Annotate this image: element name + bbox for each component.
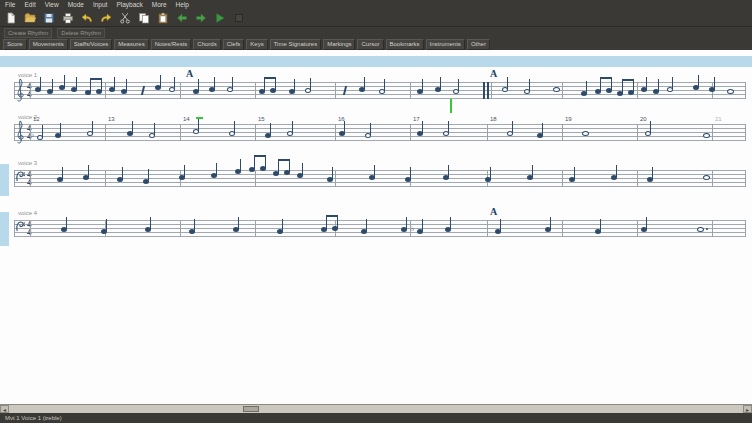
note-stem	[332, 167, 333, 179]
menu-view[interactable]: View	[45, 0, 59, 10]
note[interactable]	[697, 227, 704, 232]
note-stem	[150, 217, 151, 229]
action-notes-rests[interactable]: Notes/Rests	[151, 39, 192, 50]
action-measures[interactable]: Measures	[114, 39, 148, 50]
menu-file[interactable]: File	[5, 0, 15, 10]
note-beam	[278, 159, 290, 161]
jump-back-icon	[176, 12, 188, 24]
menu-mode[interactable]: Mode	[68, 0, 84, 10]
action-chords[interactable]: Chords	[193, 39, 220, 50]
note[interactable]	[703, 175, 710, 180]
note-stem	[270, 123, 271, 135]
action-keys[interactable]: Keys	[246, 39, 267, 50]
note-stem	[384, 79, 385, 91]
scroll-right-icon[interactable]: ▸	[743, 405, 752, 413]
note-stem	[76, 77, 77, 89]
action-other[interactable]: Other	[467, 39, 490, 50]
redo-button[interactable]	[98, 11, 114, 25]
menu-more[interactable]: More	[152, 0, 167, 10]
undo-button[interactable]	[79, 11, 95, 25]
note-stem	[374, 165, 375, 177]
paste-button[interactable]	[155, 11, 171, 25]
note-stem	[490, 167, 491, 179]
scroll-left-icon[interactable]: ◂	[0, 405, 9, 413]
action-staffs-voices[interactable]: Staffs/Voices	[70, 39, 113, 50]
note-beam	[90, 78, 102, 80]
note-stem	[64, 75, 65, 87]
note-stem	[184, 165, 185, 177]
barline	[255, 82, 256, 99]
new-score-button[interactable]	[3, 11, 19, 25]
note[interactable]	[582, 131, 589, 136]
save-button[interactable]	[41, 11, 57, 25]
note-stem	[646, 77, 647, 89]
menu-input[interactable]: Input	[93, 0, 107, 10]
action-cursor[interactable]: Cursor	[357, 39, 383, 50]
scrollbar-thumb[interactable]	[243, 406, 259, 412]
barline	[255, 124, 256, 141]
note-stem	[698, 75, 699, 87]
note-beam	[600, 77, 612, 79]
barline	[637, 220, 638, 237]
note-stem	[600, 79, 601, 91]
measure-number: 15	[258, 116, 265, 122]
note-stem	[265, 156, 266, 168]
barline	[637, 170, 638, 187]
copy-button[interactable]	[136, 11, 152, 25]
note[interactable]	[727, 89, 734, 94]
delete-rhythm-button[interactable]: Delete Rhythm	[57, 28, 105, 38]
open-button[interactable]	[22, 11, 38, 25]
barline	[335, 124, 336, 141]
barline	[562, 170, 563, 187]
note-stem	[658, 79, 659, 91]
stop-button[interactable]	[231, 11, 247, 25]
staff-system-3[interactable]: voice 344	[0, 170, 752, 187]
measure-number: 18	[490, 116, 497, 122]
toolbar	[0, 10, 752, 27]
action-bookmarks[interactable]: Bookmarks	[386, 39, 424, 50]
jump-forward-button[interactable]	[193, 11, 209, 25]
create-rhythm-button[interactable]: Create Rhythm	[4, 28, 52, 38]
note[interactable]	[553, 87, 560, 92]
bass-clef-icon	[15, 219, 25, 237]
menu-help[interactable]: Help	[176, 0, 189, 10]
action-movements[interactable]: Movements	[29, 39, 68, 50]
note-stem	[214, 77, 215, 89]
barline	[562, 82, 563, 99]
open-icon	[24, 12, 36, 24]
note-stem	[106, 219, 107, 231]
barline	[637, 124, 638, 141]
note-stem	[458, 79, 459, 91]
barline	[105, 124, 106, 141]
menu-playback[interactable]: Playback	[116, 0, 142, 10]
staff-system-1[interactable]: voice 144AA	[0, 82, 752, 99]
save-icon	[43, 12, 55, 24]
action-instruments[interactable]: Instruments	[426, 39, 465, 50]
barline	[637, 82, 638, 99]
rehearsal-mark: A	[186, 68, 193, 79]
section-barline	[491, 82, 492, 99]
staff-system-2[interactable]: voice 24412131415161718192021♭	[0, 124, 752, 141]
jump-back-button[interactable]	[174, 11, 190, 25]
barline	[410, 82, 411, 99]
action-time-signatures[interactable]: Time Signatures	[270, 39, 321, 50]
print-button[interactable]	[60, 11, 76, 25]
menu-edit[interactable]: Edit	[24, 0, 35, 10]
cut-button[interactable]	[117, 11, 133, 25]
action-clefs[interactable]: Clefs	[223, 39, 245, 50]
note-stem	[574, 167, 575, 179]
staff-system-4[interactable]: voice 444A♭	[0, 220, 752, 237]
note[interactable]	[703, 133, 710, 138]
note-stem	[198, 119, 199, 131]
horizontal-scrollbar[interactable]: ◂ ▸	[0, 404, 752, 413]
play-button[interactable]	[212, 11, 228, 25]
action-markings[interactable]: Markings	[323, 39, 355, 50]
score-canvas[interactable]: voice 144AAvoice 24412131415161718192021…	[0, 50, 752, 404]
action-score[interactable]: Score	[3, 39, 27, 50]
note-stem	[132, 121, 133, 133]
barline	[745, 124, 746, 141]
measure-number: 17	[413, 116, 420, 122]
note-stem	[512, 121, 513, 133]
measure-number: 19	[565, 116, 572, 122]
note-stem	[652, 167, 653, 179]
